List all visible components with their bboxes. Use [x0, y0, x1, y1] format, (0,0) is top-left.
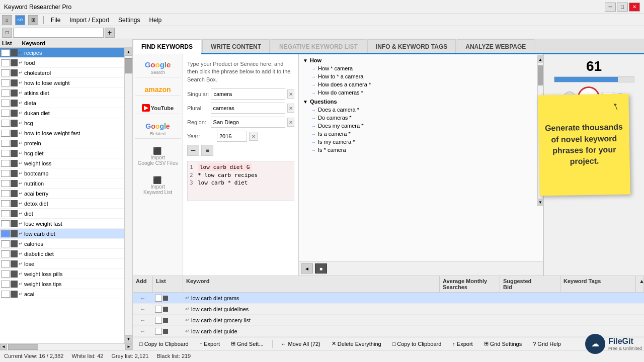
scroll-left-btn[interactable]: ◄ — [0, 344, 7, 350]
list-check2[interactable] — [11, 130, 18, 137]
list-check2[interactable] — [11, 170, 18, 177]
year-clear-button[interactable]: ✕ — [249, 132, 258, 141]
window-controls[interactable]: ─ □ ✕ — [605, 3, 640, 12]
grid-help-btn[interactable]: ? Grid Help — [528, 339, 566, 348]
list-check2[interactable] — [11, 200, 18, 207]
list-item[interactable]: ↵ weight loss tips — [0, 279, 124, 289]
list-item[interactable]: ↵ bootcamp — [0, 168, 124, 178]
list-check1[interactable] — [1, 150, 10, 157]
grid-icon[interactable]: ⊞ — [28, 15, 38, 25]
close-button[interactable]: ✕ — [629, 3, 640, 12]
list-check2[interactable] — [11, 59, 18, 66]
list-item[interactable]: ↵ cholesterol — [0, 68, 124, 78]
list-check1[interactable] — [1, 110, 10, 117]
grid-scrollbar-top[interactable]: ▲ — [636, 276, 644, 292]
copy-clipboard-btn-right[interactable]: □ Copy to Clipboard — [388, 339, 446, 348]
list-check1[interactable] — [1, 100, 10, 107]
tab-info-keyword-tags[interactable]: INFO & KEYWORD TAGS — [367, 39, 456, 53]
list-item[interactable]: ↵ food — [0, 58, 124, 68]
list-check1[interactable] — [1, 49, 10, 56]
scroll-down-btn[interactable]: ▼ — [125, 335, 132, 343]
sidebar-scrollbar[interactable]: ▲ ▼ — [124, 48, 132, 343]
list-check2[interactable] — [11, 160, 18, 167]
list-check1[interactable] — [1, 69, 10, 76]
list-item[interactable]: ↵ low carb diet — [0, 229, 124, 239]
plural-input[interactable] — [211, 103, 285, 114]
tree-item[interactable]: → Is * camera — [301, 146, 541, 154]
horiz-thumb[interactable] — [8, 344, 38, 350]
tree-item[interactable]: → Do cameras * — [301, 114, 541, 122]
list-item[interactable]: ↵ lose — [0, 259, 124, 269]
tree-item[interactable]: → How does a camera * — [301, 80, 541, 88]
list-check1[interactable] — [1, 200, 10, 207]
list-item[interactable]: ↵ acai berry — [0, 189, 124, 199]
region-input[interactable] — [211, 117, 285, 128]
list-item[interactable]: ↵ how to lose weight fast — [0, 128, 124, 138]
list-check1[interactable] — [1, 291, 10, 298]
list-item[interactable]: ↵ atkins diet — [0, 88, 124, 98]
list-item[interactable]: ↵ protein — [0, 138, 124, 148]
menu-help[interactable]: Help — [145, 16, 166, 25]
google-related-button[interactable]: Google Related — [135, 120, 181, 139]
list-check1[interactable] — [1, 260, 10, 267]
maximize-button[interactable]: □ — [617, 3, 628, 12]
copy-clipboard-btn-left[interactable]: □ Copy to Clipboard — [135, 339, 193, 348]
list-check1[interactable] — [1, 89, 10, 97]
list-check1[interactable] — [1, 79, 10, 86]
tree-group-questions-header[interactable]: ▼ Questions — [301, 98, 541, 106]
menu-file[interactable]: File — [47, 16, 64, 25]
settings-action-btn2[interactable]: ≡ — [201, 145, 213, 156]
list-check1[interactable] — [1, 270, 10, 278]
amazon-button[interactable]: amazon — [135, 83, 181, 96]
list-check2[interactable] — [11, 150, 18, 157]
add-button[interactable]: + — [105, 28, 115, 38]
list-check2[interactable] — [11, 69, 18, 76]
plural-clear-button[interactable]: ✕ — [287, 104, 294, 113]
list-check2[interactable] — [11, 291, 18, 298]
list-check2[interactable] — [11, 110, 18, 117]
export-btn-right[interactable]: ↑ Export — [448, 339, 477, 348]
list-item[interactable]: ↵ weight loss — [0, 158, 124, 168]
tree-item[interactable]: → How * camera — [301, 64, 541, 72]
app-icon[interactable]: KR — [15, 15, 25, 25]
home-icon[interactable]: ⌂ — [2, 15, 12, 25]
list-item[interactable]: ↵ dieta — [0, 98, 124, 108]
list-check2[interactable] — [11, 79, 18, 86]
tree-group-how-header[interactable]: ▼ How — [301, 56, 541, 64]
tab-negative-keyword[interactable]: NEGATIVE KEYWORD LIST — [271, 39, 366, 53]
tab-write-content[interactable]: WRITE CONTENT — [202, 39, 270, 53]
grid-check[interactable] — [155, 317, 162, 324]
list-item[interactable]: ↵ diabetic diet — [0, 249, 124, 259]
tree-scroll-right-btn[interactable]: ■ — [315, 263, 327, 274]
list-item[interactable]: ↵ hcg — [0, 118, 124, 128]
tree-item[interactable]: → Does my camera * — [301, 122, 541, 130]
minimize-button[interactable]: ─ — [605, 3, 616, 12]
list-item[interactable]: ↵ nutrition — [0, 178, 124, 189]
list-check1[interactable] — [1, 130, 10, 137]
list-item[interactable]: ↵ recipes — [0, 48, 124, 58]
google-search-button[interactable]: Google Search — [135, 58, 181, 77]
list-check1[interactable] — [1, 120, 10, 127]
tree-scroll-left-btn[interactable]: ◄ — [301, 263, 313, 274]
list-check2[interactable] — [11, 210, 18, 217]
list-item[interactable]: ↵ lose weight fast — [0, 219, 124, 229]
tree-item[interactable]: → Is my camera * — [301, 138, 541, 146]
menu-import-export[interactable]: Import / Export — [65, 16, 113, 25]
list-item[interactable]: ↵ how to lose weight — [0, 78, 124, 88]
list-check2[interactable] — [11, 49, 18, 56]
tab-find-keywords[interactable]: FIND KEYWORDS — [133, 39, 201, 54]
list-check2[interactable] — [11, 180, 18, 187]
list-check1[interactable] — [1, 180, 10, 187]
list-check1[interactable] — [1, 240, 10, 247]
grid-settings-btn-right[interactable]: ⊞ Grid Settings — [479, 339, 527, 348]
tree-scroll-up[interactable]: ▲ — [538, 56, 543, 63]
list-check2[interactable] — [11, 281, 18, 288]
list-item[interactable]: ↵ dukan diet — [0, 108, 124, 118]
list-check1[interactable] — [1, 210, 10, 217]
tree-item[interactable]: → Does a camera * — [301, 106, 541, 114]
grid-add-btn[interactable]: ← — [133, 317, 153, 323]
list-item[interactable]: ↵ calories — [0, 239, 124, 249]
list-check1[interactable] — [1, 59, 10, 66]
list-check2[interactable] — [11, 270, 18, 278]
year-input[interactable] — [217, 131, 247, 142]
